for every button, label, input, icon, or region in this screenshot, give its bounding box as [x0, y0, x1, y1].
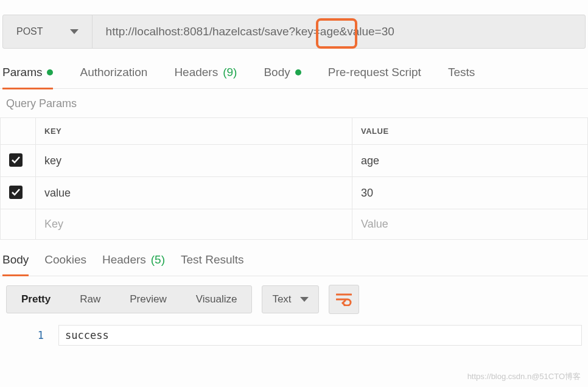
- response-tab-cookies[interactable]: Cookies: [44, 253, 86, 267]
- response-headers-count: (5): [151, 253, 165, 267]
- response-tab-test-results[interactable]: Test Results: [181, 253, 243, 267]
- view-preview-button[interactable]: Preview: [115, 286, 181, 313]
- tab-body[interactable]: Body: [264, 66, 301, 79]
- table-header-row: KEY VALUE: [1, 118, 588, 145]
- http-method-select[interactable]: POST: [3, 15, 93, 48]
- response-tab-body[interactable]: Body: [2, 253, 29, 276]
- request-bar: POST http://localhost:8081/hazelcast/sav…: [2, 15, 586, 49]
- checkbox-icon[interactable]: [9, 186, 23, 199]
- param-key[interactable]: key: [36, 145, 352, 177]
- dot-icon: [47, 69, 53, 75]
- query-params-table: KEY VALUE key age value 30 Key Value: [0, 117, 588, 240]
- tab-pre-request[interactable]: Pre-request Script: [328, 66, 421, 79]
- tab-headers-label: Headers: [174, 66, 218, 79]
- response-content[interactable]: success: [58, 325, 582, 346]
- tab-body-label: Body: [264, 66, 290, 79]
- header-key: KEY: [36, 118, 352, 145]
- wrap-lines-button[interactable]: [329, 285, 359, 314]
- header-checkbox-cell: [1, 118, 36, 145]
- response-tab-headers[interactable]: Headers (5): [102, 253, 165, 267]
- checkbox-icon[interactable]: [9, 153, 23, 167]
- request-tabs: Params Authorization Headers (9) Body Pr…: [0, 49, 588, 79]
- table-row-placeholder: Key Value: [1, 209, 588, 240]
- tab-headers[interactable]: Headers (9): [174, 66, 237, 79]
- watermark: https://blog.csdn.n@51CTO博客: [467, 371, 581, 382]
- row-checkbox-cell: [1, 145, 36, 177]
- tab-params[interactable]: Params: [2, 66, 53, 89]
- view-visualize-button[interactable]: Visualize: [181, 286, 252, 313]
- tab-params-label: Params: [2, 66, 42, 79]
- chevron-down-icon: [70, 29, 79, 34]
- http-method-label: POST: [16, 26, 43, 37]
- param-key-placeholder[interactable]: Key: [36, 209, 352, 240]
- table-row: key age: [1, 145, 588, 177]
- response-language-select[interactable]: Text: [262, 285, 318, 313]
- headers-count: (9): [223, 66, 237, 79]
- response-tab-headers-label: Headers: [102, 253, 146, 267]
- port-highlight-annotation: [316, 18, 357, 49]
- table-row: value 30: [1, 177, 588, 209]
- tab-tests[interactable]: Tests: [448, 66, 475, 79]
- header-value: VALUE: [352, 118, 588, 145]
- chevron-down-icon: [300, 297, 309, 302]
- wrap-icon: [336, 293, 352, 306]
- query-params-title: Query Params: [0, 89, 588, 117]
- param-key[interactable]: value: [36, 177, 352, 209]
- param-value[interactable]: age: [352, 145, 588, 177]
- dot-icon: [295, 69, 301, 75]
- language-label: Text: [272, 293, 291, 305]
- response-tabs: Body Cookies Headers (5) Test Results: [0, 240, 588, 267]
- param-value[interactable]: 30: [352, 177, 588, 209]
- view-raw-button[interactable]: Raw: [65, 286, 115, 313]
- tab-authorization[interactable]: Authorization: [80, 66, 147, 79]
- response-view-mode: Pretty Raw Preview Visualize: [6, 285, 252, 313]
- param-value-placeholder[interactable]: Value: [352, 209, 588, 240]
- line-number: 1: [6, 329, 58, 341]
- response-toolbar: Pretty Raw Preview Visualize Text: [0, 276, 588, 320]
- view-pretty-button[interactable]: Pretty: [7, 286, 65, 313]
- url-input[interactable]: http://localhost:8081/hazelcast/save?key…: [93, 25, 585, 38]
- response-body: 1 success: [0, 320, 588, 346]
